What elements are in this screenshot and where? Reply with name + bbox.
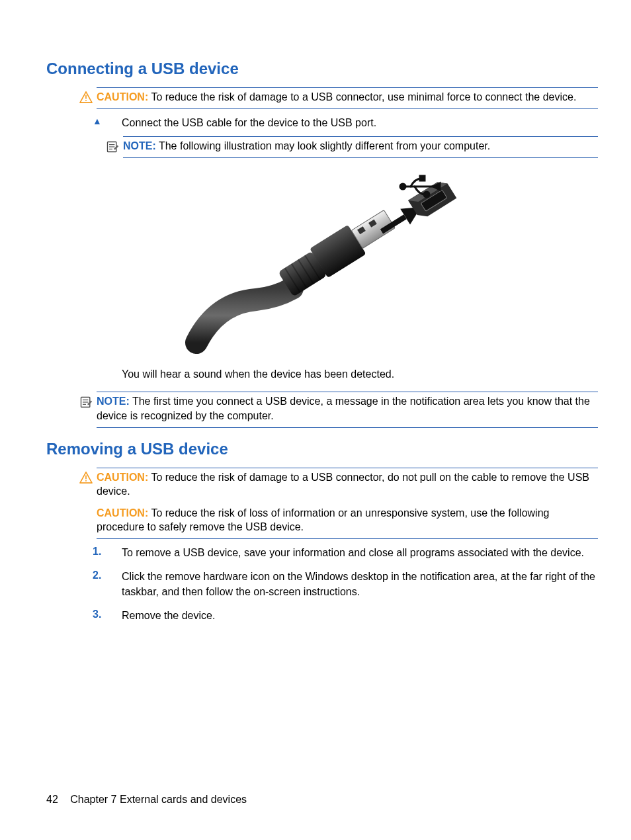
caution-icon <box>79 91 94 106</box>
caution-text: To reduce the risk of loss of informatio… <box>97 507 549 533</box>
note-label: NOTE: <box>123 140 156 151</box>
step-text: Connect the USB cable for the device to … <box>122 116 598 130</box>
document-page: Connecting a USB device CAUTION: To redu… <box>0 0 631 840</box>
after-image-text: You will hear a sound when the device ha… <box>122 367 598 382</box>
page-footer: 42 Chapter 7 External cards and devices <box>46 794 247 806</box>
svg-rect-0 <box>85 95 87 99</box>
caution-label: CAUTION: <box>97 507 148 519</box>
step-connect: ▲ Connect the USB cable for the device t… <box>93 116 598 130</box>
step-1: 1. To remove a USB device, save your inf… <box>93 546 598 560</box>
step-text: To remove a USB device, save your inform… <box>122 546 598 560</box>
chapter-title: Chapter 7 External cards and devices <box>70 794 247 805</box>
svg-rect-19 <box>420 176 425 181</box>
caution-remove-2: CAUTION: To reduce the risk of loss of i… <box>79 504 598 539</box>
step-text: Click the remove hardware icon on the Wi… <box>122 569 598 599</box>
remove-steps: 1. To remove a USB device, save your inf… <box>93 546 598 624</box>
step-2: 2. Click the remove hardware icon on the… <box>93 569 598 599</box>
step-number: 3. <box>93 609 122 620</box>
page-number: 42 <box>46 794 58 805</box>
note-label: NOTE: <box>97 396 130 407</box>
note-text: The following illustration may look slig… <box>159 140 490 151</box>
heading-connecting: Connecting a USB device <box>46 60 598 78</box>
caution-icon <box>79 472 94 486</box>
note-illustration: NOTE: The following illustration may loo… <box>106 136 598 158</box>
usb-illustration <box>46 167 598 359</box>
step-3: 3. Remove the device. <box>93 609 598 623</box>
step-number: 2. <box>93 569 122 581</box>
svg-rect-1 <box>85 100 87 101</box>
caution-label: CAUTION: <box>97 91 148 103</box>
note-text: The first time you connect a USB device,… <box>97 396 590 421</box>
svg-point-18 <box>400 184 405 189</box>
step-number: 1. <box>93 546 122 558</box>
caution-remove-1: CAUTION: To reduce the risk of damage to… <box>79 468 598 496</box>
caution-label: CAUTION: <box>97 472 148 483</box>
note-icon <box>79 396 94 411</box>
svg-rect-26 <box>85 480 87 482</box>
caution-connect: CAUTION: To reduce the risk of damage to… <box>79 87 598 109</box>
note-firsttime: NOTE: The first time you connect a USB d… <box>79 392 598 427</box>
caution-text: To reduce the risk of damage to a USB co… <box>97 472 589 497</box>
heading-removing: Removing a USB device <box>46 440 598 458</box>
caution-text: To reduce the risk of damage to a USB co… <box>151 91 576 103</box>
triangle-bullet-icon: ▲ <box>93 116 122 126</box>
step-text: Remove the device. <box>122 609 598 623</box>
svg-point-20 <box>424 192 429 197</box>
note-icon <box>106 140 120 156</box>
svg-rect-25 <box>85 475 87 479</box>
